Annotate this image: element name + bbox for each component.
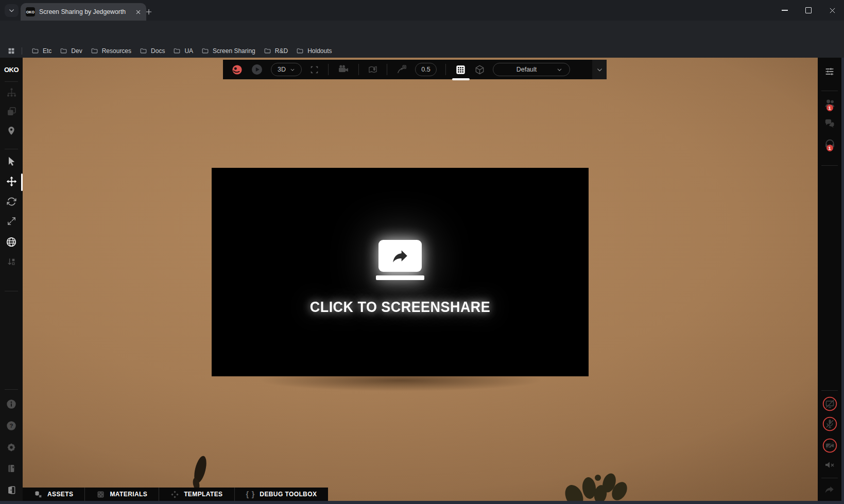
avatar-mode-icon[interactable] xyxy=(231,64,243,76)
viewport-3d[interactable]: CLICK TO SCREENSHARE xyxy=(23,58,818,504)
tab-debug-toolbox[interactable]: { } DEBUG TOOLBOX xyxy=(235,488,329,501)
tab-label: DEBUG TOOLBOX xyxy=(260,491,317,498)
camera-off-button[interactable] xyxy=(818,438,841,453)
svg-text:?: ? xyxy=(10,423,13,429)
plus-icon xyxy=(145,8,152,15)
properties-sliders-button[interactable] xyxy=(818,66,841,77)
browser-tab[interactable]: OKO Screen Sharing by Jedgeworth xyxy=(21,3,146,21)
bookmark-folder-screen-sharing[interactable]: Screen Sharing xyxy=(197,45,260,56)
tab-materials[interactable]: MATERIALS xyxy=(85,488,159,501)
tab-search-button[interactable] xyxy=(5,4,19,17)
bookmarks-bar: Etc Dev Resources Docs UA Screen Sharing… xyxy=(0,44,844,58)
participants-badge: 1 xyxy=(826,105,833,111)
folder-icon xyxy=(201,47,209,55)
materials-icon xyxy=(96,490,105,499)
new-tab-button[interactable] xyxy=(142,5,156,19)
grid-toggle-button[interactable] xyxy=(455,60,467,79)
tab-label: MATERIALS xyxy=(110,491,147,498)
select-tool-button[interactable] xyxy=(0,156,23,166)
apps-grid-icon[interactable] xyxy=(7,47,15,55)
folder-icon xyxy=(140,47,147,55)
toolbar-separator xyxy=(445,64,446,75)
sidebar-divider xyxy=(821,478,838,478)
settings-gear-button[interactable] xyxy=(0,442,23,453)
dimension-mode-dropdown[interactable]: 3D xyxy=(271,63,302,76)
headset-icon-holder: 1 xyxy=(824,137,836,149)
screenshare-screen[interactable]: CLICK TO SCREENSHARE xyxy=(212,168,589,376)
bookmark-label: UA xyxy=(184,47,193,55)
folder-icon xyxy=(264,47,271,55)
oko-logo: OKO xyxy=(0,66,23,74)
headset-badge: 1 xyxy=(826,145,833,151)
play-button[interactable] xyxy=(251,63,263,76)
bookmark-folder-ua[interactable]: UA xyxy=(169,45,197,56)
active-tool-indicator xyxy=(21,173,23,191)
debug-braces-icon: { } xyxy=(246,490,255,498)
bookmark-folder-etc[interactable]: Etc xyxy=(27,45,56,56)
location-pin-button[interactable] xyxy=(0,126,23,136)
exit-door-button[interactable] xyxy=(0,485,23,495)
toolbar-collapse-button[interactable] xyxy=(592,60,607,79)
oko-editor-app: CLICK TO SCREENSHARE xyxy=(0,58,844,504)
bookmark-label: Dev xyxy=(71,47,82,55)
scene-hierarchy-button[interactable] xyxy=(0,87,23,98)
move-tool-button[interactable] xyxy=(0,176,23,187)
sort-order-button[interactable] xyxy=(0,257,23,267)
layers-button[interactable] xyxy=(0,106,23,117)
map-pin-tool-button[interactable] xyxy=(368,60,378,79)
sidebar-divider xyxy=(5,389,18,390)
tab-assets[interactable]: ASSETS xyxy=(23,488,84,501)
window-maximize-button[interactable] xyxy=(797,0,820,21)
bookmark-label: Etc xyxy=(43,47,51,55)
bottom-panel-tabs: ASSETS MATERIALS TEMPLATES { } DEBUG TOO… xyxy=(23,488,328,501)
snap-increment-input[interactable]: 0.5 xyxy=(415,63,437,76)
journal-button[interactable] xyxy=(0,463,23,474)
bookmark-folder-dev[interactable]: Dev xyxy=(56,45,86,56)
window-close-button[interactable] xyxy=(820,0,844,21)
scale-tool-button[interactable] xyxy=(0,216,23,226)
toolbar-separator xyxy=(328,64,329,75)
microphone-off-button[interactable] xyxy=(818,416,841,431)
info-button[interactable] xyxy=(0,398,23,410)
browser-titlebar: OKO Screen Sharing by Jedgeworth xyxy=(0,0,844,21)
tab-close-icon[interactable] xyxy=(135,9,141,15)
bookmark-folder-rnd[interactable]: R&D xyxy=(260,45,292,56)
screenshare-off-button[interactable] xyxy=(818,396,841,411)
snap-increment-value: 0.5 xyxy=(421,66,430,73)
camera-tool-button[interactable] xyxy=(337,60,350,79)
participants-button[interactable]: 1 xyxy=(818,97,841,109)
sidebar-divider xyxy=(5,291,18,291)
editor-toolbar: 3D 0.5 xyxy=(223,60,592,79)
bookmark-folder-docs[interactable]: Docs xyxy=(135,45,169,56)
render-preset-dropdown[interactable]: Default xyxy=(493,63,570,76)
rotate-tool-button[interactable] xyxy=(0,196,23,207)
chat-button[interactable] xyxy=(818,118,841,129)
laptop-share-icon xyxy=(378,240,422,272)
bookmark-label: Docs xyxy=(151,47,165,55)
plant-leaf-decoration xyxy=(188,452,213,489)
browser-window: OKO Screen Sharing by Jedgeworth dev.oko… xyxy=(0,0,844,504)
bookmark-folder-resources[interactable]: Resources xyxy=(87,45,135,56)
folder-icon xyxy=(31,47,39,55)
tab-label: ASSETS xyxy=(47,491,73,498)
chevron-down-icon xyxy=(557,67,562,73)
volume-mute-button[interactable] xyxy=(818,459,841,471)
cube-view-button[interactable] xyxy=(474,60,485,79)
fullscreen-expand-button[interactable] xyxy=(309,60,319,79)
toolbar-separator xyxy=(387,64,387,75)
bookmark-label: Holdouts xyxy=(307,47,332,55)
bookmarks-separator xyxy=(22,47,22,55)
participants-icon-holder: 1 xyxy=(824,97,836,109)
share-forward-button[interactable] xyxy=(818,484,841,495)
tab-templates[interactable]: TEMPLATES xyxy=(159,488,234,501)
assets-icon xyxy=(34,490,43,499)
globe-tool-button[interactable] xyxy=(0,236,23,248)
snap-toggle-button[interactable] xyxy=(396,60,407,79)
window-minimize-button[interactable] xyxy=(773,0,797,21)
left-sidebar: OKO xyxy=(0,58,23,504)
tab-label: TEMPLATES xyxy=(184,491,222,498)
close-icon xyxy=(829,7,836,14)
bookmark-folder-holdouts[interactable]: Holdouts xyxy=(292,45,336,56)
voice-headset-button[interactable]: 1 xyxy=(818,137,841,149)
help-button[interactable]: ? xyxy=(0,420,23,431)
